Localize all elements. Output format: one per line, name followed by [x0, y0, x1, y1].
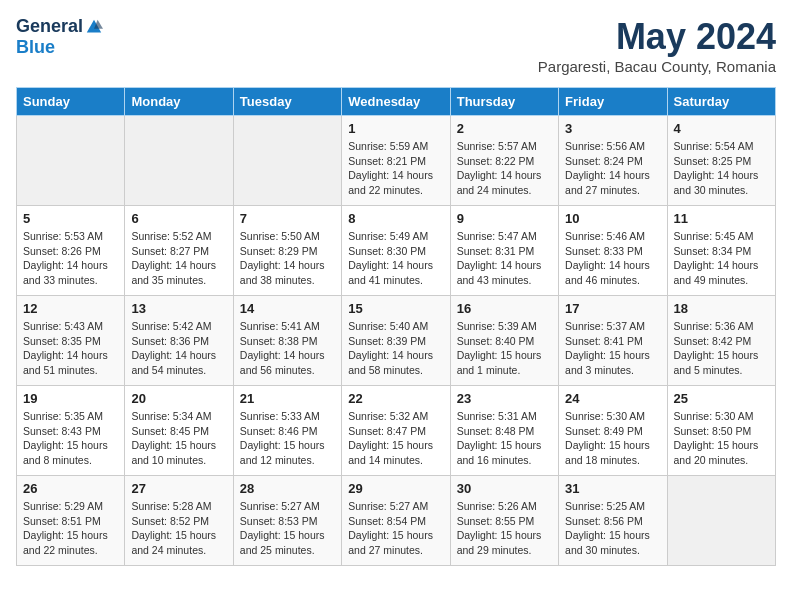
calendar-cell: 10 Sunrise: 5:46 AM Sunset: 8:33 PM Dayl…	[559, 206, 667, 296]
calendar-cell: 20 Sunrise: 5:34 AM Sunset: 8:45 PM Dayl…	[125, 386, 233, 476]
day-number: 14	[240, 301, 335, 316]
day-number: 3	[565, 121, 660, 136]
calendar-table: SundayMondayTuesdayWednesdayThursdayFrid…	[16, 87, 776, 566]
calendar-week-row: 12 Sunrise: 5:43 AM Sunset: 8:35 PM Dayl…	[17, 296, 776, 386]
day-detail: Sunrise: 5:43 AM Sunset: 8:35 PM Dayligh…	[23, 319, 118, 378]
day-number: 11	[674, 211, 769, 226]
day-number: 12	[23, 301, 118, 316]
day-detail: Sunrise: 5:49 AM Sunset: 8:30 PM Dayligh…	[348, 229, 443, 288]
day-number: 6	[131, 211, 226, 226]
calendar-cell: 16 Sunrise: 5:39 AM Sunset: 8:40 PM Dayl…	[450, 296, 558, 386]
calendar-cell	[667, 476, 775, 566]
day-number: 10	[565, 211, 660, 226]
day-number: 5	[23, 211, 118, 226]
day-detail: Sunrise: 5:47 AM Sunset: 8:31 PM Dayligh…	[457, 229, 552, 288]
calendar-cell: 8 Sunrise: 5:49 AM Sunset: 8:30 PM Dayli…	[342, 206, 450, 296]
day-number: 19	[23, 391, 118, 406]
calendar-cell: 9 Sunrise: 5:47 AM Sunset: 8:31 PM Dayli…	[450, 206, 558, 296]
day-number: 16	[457, 301, 552, 316]
day-number: 23	[457, 391, 552, 406]
calendar-week-row: 19 Sunrise: 5:35 AM Sunset: 8:43 PM Dayl…	[17, 386, 776, 476]
calendar-cell: 11 Sunrise: 5:45 AM Sunset: 8:34 PM Dayl…	[667, 206, 775, 296]
day-of-week-header: Tuesday	[233, 88, 341, 116]
day-number: 28	[240, 481, 335, 496]
logo-blue-text: Blue	[16, 37, 55, 58]
calendar-cell: 13 Sunrise: 5:42 AM Sunset: 8:36 PM Dayl…	[125, 296, 233, 386]
day-number: 1	[348, 121, 443, 136]
day-detail: Sunrise: 5:45 AM Sunset: 8:34 PM Dayligh…	[674, 229, 769, 288]
calendar-cell: 14 Sunrise: 5:41 AM Sunset: 8:38 PM Dayl…	[233, 296, 341, 386]
day-of-week-header: Friday	[559, 88, 667, 116]
day-number: 15	[348, 301, 443, 316]
day-detail: Sunrise: 5:37 AM Sunset: 8:41 PM Dayligh…	[565, 319, 660, 378]
calendar-cell: 26 Sunrise: 5:29 AM Sunset: 8:51 PM Dayl…	[17, 476, 125, 566]
logo-icon	[85, 18, 103, 36]
day-number: 31	[565, 481, 660, 496]
day-detail: Sunrise: 5:52 AM Sunset: 8:27 PM Dayligh…	[131, 229, 226, 288]
day-number: 22	[348, 391, 443, 406]
day-number: 25	[674, 391, 769, 406]
calendar-header: SundayMondayTuesdayWednesdayThursdayFrid…	[17, 88, 776, 116]
calendar-cell: 21 Sunrise: 5:33 AM Sunset: 8:46 PM Dayl…	[233, 386, 341, 476]
day-detail: Sunrise: 5:30 AM Sunset: 8:49 PM Dayligh…	[565, 409, 660, 468]
day-detail: Sunrise: 5:54 AM Sunset: 8:25 PM Dayligh…	[674, 139, 769, 198]
day-number: 8	[348, 211, 443, 226]
day-detail: Sunrise: 5:31 AM Sunset: 8:48 PM Dayligh…	[457, 409, 552, 468]
day-detail: Sunrise: 5:27 AM Sunset: 8:54 PM Dayligh…	[348, 499, 443, 558]
day-detail: Sunrise: 5:40 AM Sunset: 8:39 PM Dayligh…	[348, 319, 443, 378]
calendar-cell: 18 Sunrise: 5:36 AM Sunset: 8:42 PM Dayl…	[667, 296, 775, 386]
day-number: 29	[348, 481, 443, 496]
calendar-cell: 12 Sunrise: 5:43 AM Sunset: 8:35 PM Dayl…	[17, 296, 125, 386]
day-detail: Sunrise: 5:42 AM Sunset: 8:36 PM Dayligh…	[131, 319, 226, 378]
day-detail: Sunrise: 5:26 AM Sunset: 8:55 PM Dayligh…	[457, 499, 552, 558]
calendar-cell: 17 Sunrise: 5:37 AM Sunset: 8:41 PM Dayl…	[559, 296, 667, 386]
day-detail: Sunrise: 5:36 AM Sunset: 8:42 PM Dayligh…	[674, 319, 769, 378]
day-number: 9	[457, 211, 552, 226]
calendar-cell: 1 Sunrise: 5:59 AM Sunset: 8:21 PM Dayli…	[342, 116, 450, 206]
day-detail: Sunrise: 5:56 AM Sunset: 8:24 PM Dayligh…	[565, 139, 660, 198]
logo-general-text: General	[16, 16, 83, 37]
day-detail: Sunrise: 5:30 AM Sunset: 8:50 PM Dayligh…	[674, 409, 769, 468]
day-detail: Sunrise: 5:28 AM Sunset: 8:52 PM Dayligh…	[131, 499, 226, 558]
month-title: May 2024	[538, 16, 776, 58]
day-detail: Sunrise: 5:50 AM Sunset: 8:29 PM Dayligh…	[240, 229, 335, 288]
day-detail: Sunrise: 5:35 AM Sunset: 8:43 PM Dayligh…	[23, 409, 118, 468]
day-detail: Sunrise: 5:39 AM Sunset: 8:40 PM Dayligh…	[457, 319, 552, 378]
calendar-cell: 19 Sunrise: 5:35 AM Sunset: 8:43 PM Dayl…	[17, 386, 125, 476]
day-number: 4	[674, 121, 769, 136]
day-detail: Sunrise: 5:59 AM Sunset: 8:21 PM Dayligh…	[348, 139, 443, 198]
calendar-cell: 29 Sunrise: 5:27 AM Sunset: 8:54 PM Dayl…	[342, 476, 450, 566]
calendar-cell: 24 Sunrise: 5:30 AM Sunset: 8:49 PM Dayl…	[559, 386, 667, 476]
day-of-week-header: Saturday	[667, 88, 775, 116]
day-number: 24	[565, 391, 660, 406]
calendar-cell	[233, 116, 341, 206]
day-number: 13	[131, 301, 226, 316]
calendar-cell: 28 Sunrise: 5:27 AM Sunset: 8:53 PM Dayl…	[233, 476, 341, 566]
day-detail: Sunrise: 5:41 AM Sunset: 8:38 PM Dayligh…	[240, 319, 335, 378]
calendar-cell: 6 Sunrise: 5:52 AM Sunset: 8:27 PM Dayli…	[125, 206, 233, 296]
day-number: 26	[23, 481, 118, 496]
logo: General Blue	[16, 16, 103, 58]
day-of-week-header: Thursday	[450, 88, 558, 116]
day-number: 2	[457, 121, 552, 136]
calendar-cell	[125, 116, 233, 206]
day-number: 30	[457, 481, 552, 496]
day-number: 20	[131, 391, 226, 406]
calendar-cell: 23 Sunrise: 5:31 AM Sunset: 8:48 PM Dayl…	[450, 386, 558, 476]
calendar-cell	[17, 116, 125, 206]
day-number: 27	[131, 481, 226, 496]
day-detail: Sunrise: 5:57 AM Sunset: 8:22 PM Dayligh…	[457, 139, 552, 198]
header-row: SundayMondayTuesdayWednesdayThursdayFrid…	[17, 88, 776, 116]
day-detail: Sunrise: 5:34 AM Sunset: 8:45 PM Dayligh…	[131, 409, 226, 468]
calendar-cell: 22 Sunrise: 5:32 AM Sunset: 8:47 PM Dayl…	[342, 386, 450, 476]
calendar-cell: 27 Sunrise: 5:28 AM Sunset: 8:52 PM Dayl…	[125, 476, 233, 566]
day-of-week-header: Sunday	[17, 88, 125, 116]
calendar-cell: 4 Sunrise: 5:54 AM Sunset: 8:25 PM Dayli…	[667, 116, 775, 206]
calendar-cell: 31 Sunrise: 5:25 AM Sunset: 8:56 PM Dayl…	[559, 476, 667, 566]
day-of-week-header: Monday	[125, 88, 233, 116]
day-detail: Sunrise: 5:32 AM Sunset: 8:47 PM Dayligh…	[348, 409, 443, 468]
calendar-cell: 5 Sunrise: 5:53 AM Sunset: 8:26 PM Dayli…	[17, 206, 125, 296]
day-number: 7	[240, 211, 335, 226]
calendar-cell: 30 Sunrise: 5:26 AM Sunset: 8:55 PM Dayl…	[450, 476, 558, 566]
day-detail: Sunrise: 5:53 AM Sunset: 8:26 PM Dayligh…	[23, 229, 118, 288]
